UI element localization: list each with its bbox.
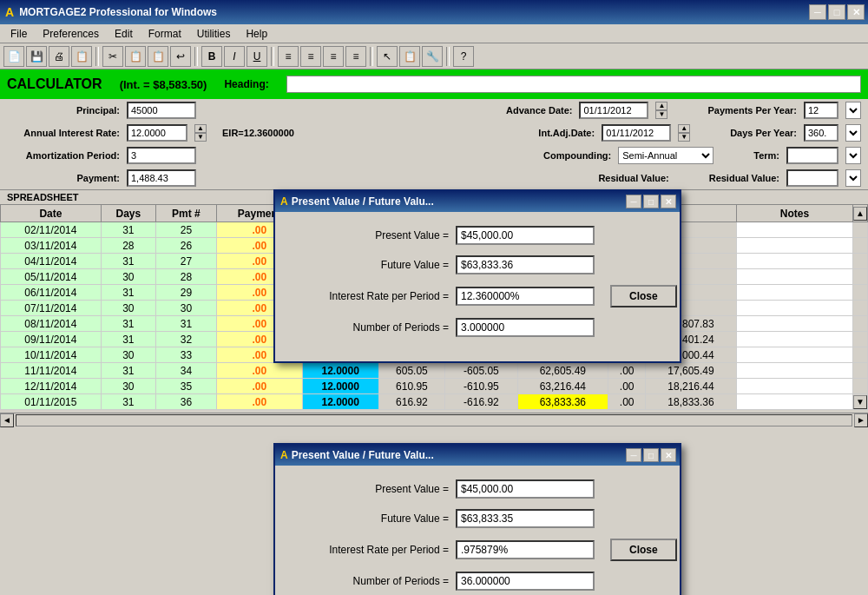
advance-date-input[interactable] [579,102,648,119]
days-per-year-input[interactable] [804,124,838,142]
term-select[interactable] [845,147,861,164]
table-cell: -610.95 [445,379,517,394]
hscroll-right[interactable]: ► [854,413,868,427]
int-adj-date-spinner[interactable]: ▲ ▼ [678,124,690,142]
app-title: MORTGAGE2 Professional for Windows [19,6,217,18]
compounding-select[interactable]: Semi-Annual [618,147,713,164]
table-cell: 29 [155,285,216,301]
annual-rate-input[interactable] [127,124,187,142]
close-button[interactable]: ✕ [847,4,865,20]
dialog2-close[interactable]: ✕ [661,448,676,462]
payments-per-year-input[interactable] [804,102,838,119]
toolbar-copy[interactable]: 📋 [125,46,146,67]
hscroll-left[interactable]: ◄ [0,413,14,427]
toolbar-question[interactable]: ? [453,46,474,67]
toolbar-undo[interactable]: ↩ [170,46,191,67]
dialog2-close-btn[interactable]: Close [610,539,677,561]
toolbar-settings[interactable]: 🔧 [422,46,443,67]
advance-date-spinner[interactable]: ▲ ▼ [655,102,667,119]
toolbar-cut[interactable]: ✂ [102,46,123,67]
menu-file[interactable]: File [3,26,34,42]
amort-input[interactable] [127,147,196,164]
hscroll-track[interactable] [16,414,852,426]
advance-date-down[interactable]: ▼ [655,110,667,119]
table-cell: .00 [216,394,302,410]
toolbar-save[interactable]: 💾 [26,46,47,67]
menu-edit[interactable]: Edit [108,26,140,42]
annual-rate-down[interactable]: ▼ [194,133,207,142]
residual-value-select[interactable] [845,169,861,187]
toolbar-bold[interactable]: B [201,46,222,67]
toolbar-sep5 [446,47,450,66]
table-cell: 12/11/2014 [1,379,102,394]
table-cell: 26 [155,238,216,254]
vscroll-down[interactable]: ▼ [853,395,867,409]
int-adj-date-input[interactable] [602,124,671,142]
dialog2-periods-label: Number of Periods = [293,575,449,587]
menu-bar: File Preferences Edit Format Utilities H… [0,24,868,43]
table-cell: 30 [101,379,155,394]
menu-help[interactable]: Help [239,26,274,42]
dialog2-pv-row: Present Value = $45,000.00 [293,479,662,499]
col-vscroll: ▲ [853,205,868,222]
compounding-label: Compounding: [543,150,611,161]
dialog2-fv-row: Future Value = $63,833.35 [293,509,662,528]
toolbar-preview[interactable]: 📋 [71,46,92,67]
toolbar-help2[interactable]: 📋 [399,46,420,67]
advance-date-up[interactable]: ▲ [655,102,667,110]
dialog2-minimize[interactable]: ─ [626,448,641,462]
int-adj-date-up[interactable]: ▲ [678,124,690,133]
toolbar-print[interactable]: 🖨 [49,46,69,67]
col-pmt: Pmt # [155,205,216,222]
menu-preferences[interactable]: Preferences [36,26,106,42]
toolbar-italic[interactable]: I [224,46,245,67]
dialog1-minimize[interactable]: ─ [626,195,641,208]
toolbar-paste[interactable]: 📋 [148,46,168,67]
table-cell: .00 [216,379,302,394]
term-input[interactable] [786,147,838,164]
table-cell: 31 [101,222,155,238]
dialog2-maximize[interactable]: □ [643,448,659,462]
toolbar-cursor[interactable]: ↖ [377,46,398,67]
table-cell: .00 [216,363,302,379]
annual-rate-spinner[interactable]: ▲ ▼ [194,124,207,142]
menu-utilities[interactable]: Utilities [190,26,238,42]
toolbar-align-left[interactable]: ≡ [278,46,299,67]
table-cell: .00 [608,394,646,410]
table-cell: 18,833.36 [646,394,737,410]
toolbar-align-right[interactable]: ≡ [323,46,344,67]
dialog1-close[interactable]: ✕ [661,195,676,208]
table-cell: 34 [155,363,216,379]
payment-input[interactable] [127,169,196,187]
heading-input[interactable] [286,76,861,93]
table-cell: 63,216.44 [517,379,608,394]
dialog1-fv-value: $63,833.36 [456,255,595,274]
payments-per-year-select[interactable] [845,102,861,119]
dialog1-rate-row: Interest Rate per Period = 12.360000% Cl… [293,285,662,307]
toolbar: 📄 💾 🖨 📋 ✂ 📋 📋 ↩ B I U ≡ ≡ ≡ ≡ ↖ 📋 🔧 ? [0,43,868,69]
toolbar-align-center[interactable]: ≡ [300,46,321,67]
vscroll-up[interactable]: ▲ [853,207,867,221]
dialog2-title: A Present Value / Future Valu... ─ □ ✕ [275,445,680,466]
annual-rate-up[interactable]: ▲ [194,124,207,133]
app-icon: A [5,5,14,19]
toolbar-align-justify[interactable]: ≡ [345,46,366,67]
dialog1-periods-row: Number of Periods = 3.000000 [293,318,662,337]
table-cell: 05/11/2014 [1,269,102,285]
vscroll-cell [853,301,868,316]
toolbar-underline[interactable]: U [247,46,267,67]
dialog1-close-btn[interactable]: Close [610,285,677,307]
principal-input[interactable] [127,102,196,119]
dialog1-rate-value: 12.360000% [456,287,595,306]
days-per-year-select[interactable] [845,124,861,142]
minimize-button[interactable]: ─ [809,4,826,20]
int-adj-date-down[interactable]: ▼ [678,133,690,142]
dialog2: A Present Value / Future Valu... ─ □ ✕ P… [273,443,681,595]
table-cell: 616.92 [378,394,445,410]
dialog1-maximize[interactable]: □ [643,195,659,208]
residual-value-input[interactable] [786,169,838,187]
menu-format[interactable]: Format [141,26,188,42]
toolbar-new[interactable]: 📄 [3,46,24,67]
table-cell: 31 [101,316,155,332]
maximize-button[interactable]: □ [828,4,845,20]
